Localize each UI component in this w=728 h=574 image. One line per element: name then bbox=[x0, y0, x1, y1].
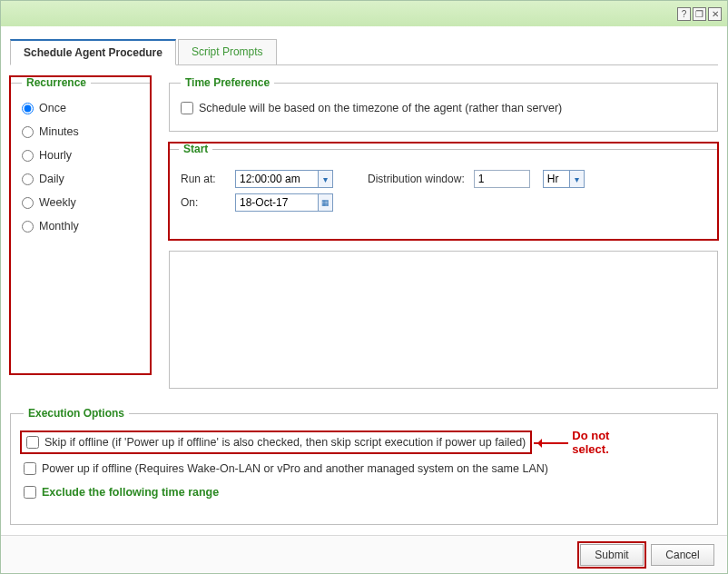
tab-schedule[interactable]: Schedule Agent Procedure bbox=[10, 39, 176, 65]
annotation-label: Do not select. bbox=[572, 429, 626, 457]
skip-offline-checkbox[interactable] bbox=[26, 436, 39, 449]
close-icon[interactable]: ✕ bbox=[708, 7, 722, 21]
start-legend: Start bbox=[179, 143, 212, 155]
cancel-button[interactable]: Cancel bbox=[651, 544, 714, 566]
radio-monthly[interactable]: Monthly bbox=[22, 220, 139, 233]
radio-monthly-input[interactable] bbox=[22, 221, 34, 233]
blank-panel bbox=[169, 251, 718, 389]
start-group: Start Run at: ▾ Distribution window: bbox=[169, 143, 718, 240]
exclude-timerange-label: Exclude the following time range bbox=[42, 486, 219, 499]
radio-daily[interactable]: Daily bbox=[22, 173, 139, 185]
radio-weekly[interactable]: Weekly bbox=[22, 196, 139, 209]
run-at-label: Run at: bbox=[181, 173, 226, 185]
maximize-icon[interactable]: ❐ bbox=[693, 7, 706, 21]
on-date-combo[interactable]: ▦ bbox=[235, 193, 333, 212]
radio-once[interactable]: Once bbox=[22, 102, 139, 114]
skip-offline-label: Skip if offline (if 'Power up if offline… bbox=[44, 436, 526, 449]
exclude-timerange-checkbox[interactable] bbox=[24, 486, 36, 499]
dialog-window: ? ❐ ✕ Schedule Agent Procedure Script Pr… bbox=[0, 0, 728, 574]
powerup-label: Power up if offline (Requires Wake-On-LA… bbox=[42, 462, 548, 475]
recurrence-legend: Recurrence bbox=[22, 76, 91, 89]
content-area: Schedule Agent Procedure Script Prompts … bbox=[1, 26, 727, 535]
recurrence-group: Recurrence Once Minutes Hourly bbox=[10, 76, 151, 374]
titlebar: ? ❐ ✕ bbox=[1, 1, 727, 26]
powerup-checkbox[interactable] bbox=[24, 462, 36, 475]
tab-prompts[interactable]: Script Prompts bbox=[178, 39, 277, 65]
annotation-arrow-icon bbox=[534, 442, 568, 444]
tabs: Schedule Agent Procedure Script Prompts bbox=[10, 39, 718, 65]
radio-hourly[interactable]: Hourly bbox=[22, 149, 139, 162]
help-icon[interactable]: ? bbox=[677, 7, 691, 21]
dist-unit-input[interactable] bbox=[544, 171, 569, 187]
run-at-combo[interactable]: ▾ bbox=[235, 170, 333, 188]
chevron-down-icon[interactable]: ▾ bbox=[569, 171, 584, 187]
radio-hourly-input[interactable] bbox=[22, 150, 34, 162]
chevron-down-icon[interactable]: ▾ bbox=[318, 171, 332, 187]
submit-button[interactable]: Submit bbox=[580, 544, 644, 566]
on-label: On: bbox=[181, 196, 226, 209]
radio-daily-input[interactable] bbox=[22, 173, 34, 185]
timezone-checkbox[interactable] bbox=[181, 102, 193, 114]
dist-unit-combo[interactable]: ▾ bbox=[543, 170, 585, 188]
radio-minutes-input[interactable] bbox=[22, 126, 34, 138]
radio-once-input[interactable] bbox=[22, 103, 34, 114]
execution-options-group: Execution Options Skip if offline (if 'P… bbox=[10, 407, 718, 525]
time-preference-group: Time Preference Schedule will be based o… bbox=[169, 76, 718, 132]
run-at-input[interactable] bbox=[236, 171, 318, 187]
radio-weekly-input[interactable] bbox=[22, 197, 34, 209]
timezone-label: Schedule will be based on the timezone o… bbox=[199, 102, 562, 114]
dist-window-label: Distribution window: bbox=[368, 173, 465, 185]
footer: Submit Cancel bbox=[1, 535, 727, 573]
time-preference-legend: Time Preference bbox=[181, 76, 274, 89]
on-date-input[interactable] bbox=[236, 194, 318, 211]
calendar-icon[interactable]: ▦ bbox=[318, 194, 332, 211]
radio-minutes[interactable]: Minutes bbox=[22, 125, 139, 138]
execution-legend: Execution Options bbox=[24, 407, 129, 420]
dist-window-input[interactable] bbox=[474, 170, 530, 188]
